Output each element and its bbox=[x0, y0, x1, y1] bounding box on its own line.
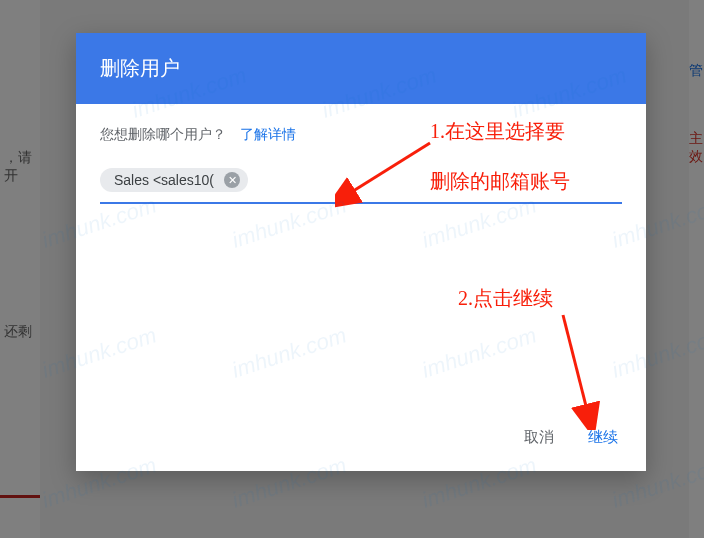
dialog-footer: 取消 继续 bbox=[76, 412, 646, 471]
learn-more-link[interactable]: 了解详情 bbox=[240, 126, 296, 142]
prompt-line: 您想删除哪个用户？ 了解详情 bbox=[100, 126, 622, 144]
dialog-title: 删除用户 bbox=[76, 33, 646, 104]
user-chip[interactable]: Sales <sales10( ✕ bbox=[100, 168, 248, 192]
chip-remove-icon[interactable]: ✕ bbox=[224, 172, 240, 188]
dialog-body: 您想删除哪个用户？ 了解详情 Sales <sales10( ✕ bbox=[76, 104, 646, 412]
user-input-row[interactable]: Sales <sales10( ✕ bbox=[100, 168, 622, 204]
chip-label: Sales <sales10( bbox=[114, 172, 214, 188]
prompt-text: 您想删除哪个用户？ bbox=[100, 126, 226, 142]
delete-user-dialog: 删除用户 您想删除哪个用户？ 了解详情 Sales <sales10( ✕ 取消… bbox=[76, 33, 646, 471]
continue-button[interactable]: 继续 bbox=[588, 428, 618, 445]
cancel-button[interactable]: 取消 bbox=[524, 428, 554, 445]
